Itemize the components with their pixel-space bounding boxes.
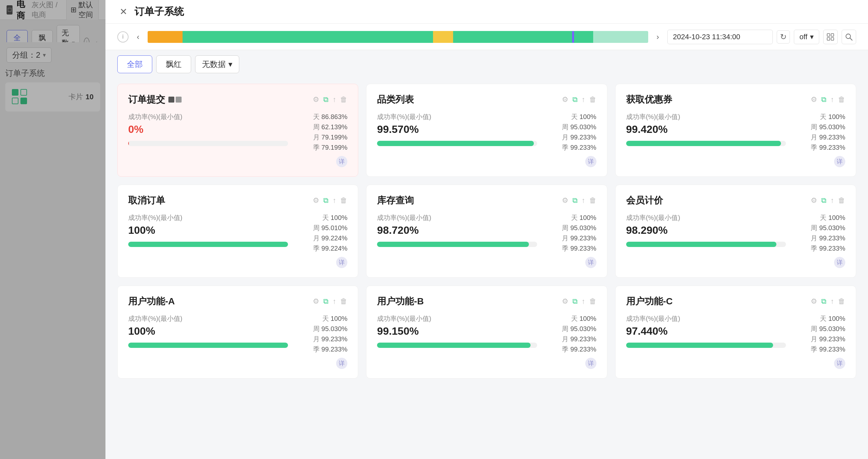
- delete-icon[interactable]: 🗑: [340, 196, 347, 205]
- copy-icon[interactable]: ⧉: [821, 95, 827, 104]
- delete-icon[interactable]: 🗑: [589, 95, 596, 104]
- modal-filter-all-button[interactable]: 全部: [117, 55, 152, 73]
- service-card-inventory-query[interactable]: 库存查询 ⚙ ⧉ ↑ 🗑 成功率(%)(最小值) 98.720% 天 100% …: [366, 185, 607, 278]
- service-card-user-func-b[interactable]: 用户功能-B ⚙ ⧉ ↑ 🗑 成功率(%)(最小值) 99.150% 天 100…: [366, 286, 607, 378]
- upload-icon[interactable]: ↑: [333, 95, 336, 104]
- progress-bar-cancel-order: [128, 242, 288, 247]
- service-card-member-pricing[interactable]: 会员计价 ⚙ ⧉ ↑ 🗑 成功率(%)(最小值) 98.290% 天 100% …: [615, 185, 856, 278]
- timeline-info-icon[interactable]: i: [117, 31, 128, 42]
- timeline-prev-button[interactable]: ‹: [132, 31, 144, 42]
- stat-month-get-coupon: 月 99.233%: [811, 133, 845, 142]
- stat-month-category-list: 月 99.233%: [562, 133, 596, 142]
- settings-icon[interactable]: ⚙: [313, 297, 319, 306]
- copy-icon[interactable]: ⧉: [572, 297, 578, 306]
- copy-icon[interactable]: ⧉: [821, 196, 827, 205]
- detail-badge-user-func-a[interactable]: 详: [336, 358, 347, 369]
- delete-icon[interactable]: 🗑: [838, 196, 845, 205]
- progress-bar-user-func-a: [128, 343, 288, 348]
- copy-icon[interactable]: ⧉: [572, 196, 578, 205]
- delete-icon[interactable]: 🗑: [838, 297, 845, 306]
- month-label: 月: [313, 134, 322, 141]
- card-left-order-submit: 成功率(%)(最小值) 0%: [128, 112, 288, 167]
- card-title-order-submit: 订单提交: [128, 93, 182, 106]
- stat-month-member-pricing: 月 99.233%: [811, 234, 845, 243]
- settings-icon[interactable]: ⚙: [313, 95, 319, 104]
- settings-icon[interactable]: ⚙: [313, 196, 319, 205]
- settings-icon[interactable]: ⚙: [562, 95, 568, 104]
- metric-label-inventory-query: 成功率(%)(最小值): [377, 213, 537, 222]
- off-button[interactable]: off ▾: [794, 30, 819, 44]
- service-card-category-list[interactable]: 品类列表 ⚙ ⧉ ↑ 🗑 成功率(%)(最小值) 99.570% 天 100% …: [366, 84, 607, 177]
- detail-badge-user-func-b[interactable]: 详: [585, 358, 596, 369]
- datetime-input[interactable]: [667, 30, 773, 44]
- copy-icon[interactable]: ⧉: [821, 297, 827, 306]
- settings-icon[interactable]: ⚙: [811, 95, 817, 104]
- upload-icon[interactable]: ↑: [582, 196, 585, 205]
- metric-value-user-func-c: 97.440%: [626, 325, 786, 337]
- detail-badge-category-list[interactable]: 详: [585, 156, 596, 167]
- detail-badge-user-func-c[interactable]: 详: [834, 358, 845, 369]
- detail-badge-inventory-query[interactable]: 详: [585, 257, 596, 268]
- timeline-next-button[interactable]: ›: [652, 31, 663, 42]
- service-card-cancel-order[interactable]: 取消订单 ⚙ ⧉ ↑ 🗑 成功率(%)(最小值) 100% 天 100% 周 9…: [117, 185, 358, 278]
- service-card-order-submit[interactable]: 订单提交 ⚙ ⧉ ↑ 🗑 成功率(%)(最小值) 0% 天 86.863% 周 …: [117, 84, 358, 177]
- service-card-get-coupon[interactable]: 获取优惠券 ⚙ ⧉ ↑ 🗑 成功率(%)(最小值) 99.420% 天 100%…: [615, 84, 856, 177]
- delete-icon[interactable]: 🗑: [838, 95, 845, 104]
- copy-icon[interactable]: ⧉: [323, 297, 329, 306]
- upload-icon[interactable]: ↑: [582, 297, 585, 306]
- copy-icon[interactable]: ⧉: [572, 95, 578, 104]
- copy-icon[interactable]: ⧉: [323, 95, 329, 104]
- copy-icon[interactable]: ⧉: [323, 196, 329, 205]
- grid-icon: [827, 33, 834, 40]
- stat-month-user-func-a: 月 99.233%: [313, 335, 348, 344]
- month-label: 月: [313, 234, 322, 242]
- stat-week-category-list: 周 95.030%: [562, 123, 596, 132]
- refresh-button[interactable]: ↻: [777, 30, 790, 44]
- settings-icon[interactable]: ⚙: [562, 297, 568, 306]
- upload-icon[interactable]: ↑: [831, 297, 834, 306]
- service-card-user-func-a[interactable]: 用户功能-A ⚙ ⧉ ↑ 🗑 成功率(%)(最小值) 100% 天 100% 周…: [117, 286, 358, 378]
- settings-icon[interactable]: ⚙: [811, 297, 817, 306]
- card-header-get-coupon: 获取优惠券 ⚙ ⧉ ↑ 🗑: [626, 93, 845, 106]
- card-header-user-func-c: 用户功能-C ⚙ ⧉ ↑ 🗑: [626, 295, 845, 308]
- modal-close-button[interactable]: ✕: [117, 6, 129, 18]
- modal-filter-nodata-dropdown[interactable]: 无数据 ▾: [195, 55, 239, 73]
- detail-badge-member-pricing[interactable]: 详: [834, 257, 845, 268]
- upload-icon[interactable]: ↑: [582, 95, 585, 104]
- settings-icon[interactable]: ⚙: [562, 196, 568, 205]
- card-right-get-coupon: 天 100% 周 95.030% 月 99.233% 季 99.233% 详: [793, 112, 845, 167]
- delete-icon[interactable]: 🗑: [340, 95, 347, 104]
- detail-badge-get-coupon[interactable]: 详: [834, 156, 845, 167]
- card-right-user-func-c: 天 100% 周 95.030% 月 99.233% 季 99.233% 详: [793, 314, 845, 369]
- progress-wrap-member-pricing: [626, 242, 786, 247]
- grid-view-button[interactable]: [823, 30, 838, 44]
- card-title-text: 品类列表: [377, 93, 414, 106]
- delete-icon[interactable]: 🗑: [589, 196, 596, 205]
- stat-day-user-func-a: 天 100%: [322, 314, 348, 323]
- stat-day-category-list: 天 100%: [571, 112, 596, 121]
- card-title-text: 库存查询: [377, 194, 414, 207]
- delete-icon[interactable]: 🗑: [340, 297, 347, 306]
- card-right-inventory-query: 天 100% 周 95.030% 月 99.233% 季 99.233% 详: [544, 213, 596, 268]
- week-label: 周: [811, 224, 819, 231]
- upload-icon[interactable]: ↑: [831, 95, 834, 104]
- card-right-category-list: 天 100% 周 95.030% 月 99.233% 季 99.233% 详: [544, 112, 596, 167]
- tsq-1: [168, 96, 174, 103]
- delete-icon[interactable]: 🗑: [589, 297, 596, 306]
- search-button[interactable]: [842, 30, 856, 44]
- tl-seg-4: [433, 31, 453, 43]
- service-card-user-func-c[interactable]: 用户功能-C ⚙ ⧉ ↑ 🗑 成功率(%)(最小值) 97.440% 天 100…: [615, 286, 856, 378]
- detail-badge-order-submit[interactable]: 详: [336, 156, 347, 167]
- upload-icon[interactable]: ↑: [831, 196, 834, 205]
- quarter-label: 季: [811, 346, 819, 353]
- upload-icon[interactable]: ↑: [333, 196, 336, 205]
- modal-filter-red-button[interactable]: 飘红: [156, 55, 191, 73]
- card-body-user-func-c: 成功率(%)(最小值) 97.440% 天 100% 周 95.030% 月 9…: [626, 314, 845, 369]
- timeline-track[interactable]: [148, 31, 648, 43]
- week-label: 周: [562, 325, 570, 333]
- card-title-cancel-order: 取消订单: [128, 194, 165, 207]
- detail-badge-cancel-order[interactable]: 详: [336, 257, 347, 268]
- card-title-user-func-a: 用户功能-A: [128, 295, 175, 308]
- upload-icon[interactable]: ↑: [333, 297, 336, 306]
- settings-icon[interactable]: ⚙: [811, 196, 817, 205]
